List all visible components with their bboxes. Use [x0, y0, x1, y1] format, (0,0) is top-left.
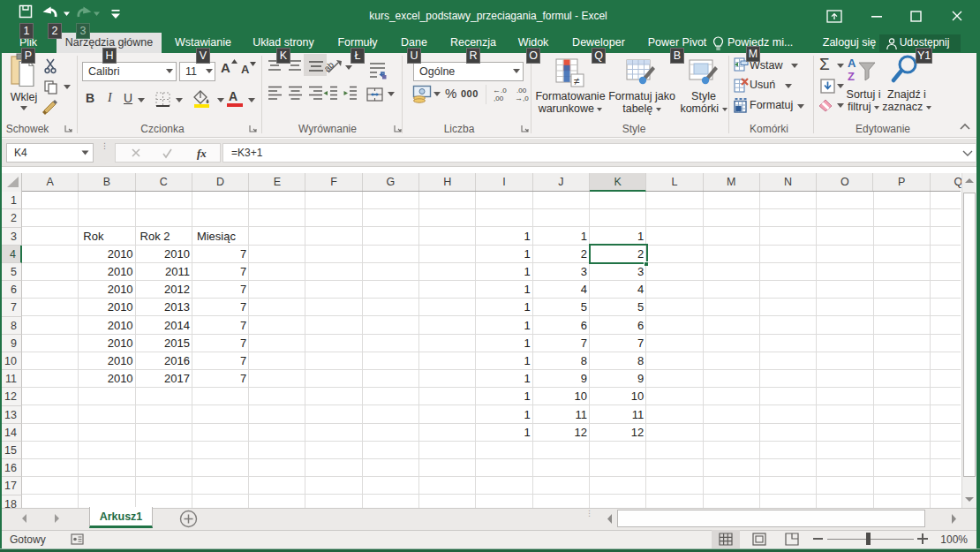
- svg-text:A: A: [848, 57, 856, 70]
- svg-text:→,0: →,0: [515, 94, 529, 102]
- svg-text:fx: fx: [197, 147, 207, 160]
- svg-text:←.0: ←.0: [493, 86, 507, 95]
- svg-text:ab: ab: [325, 59, 336, 73]
- svg-text:,00: ,00: [494, 95, 504, 102]
- svg-text:≠: ≠: [574, 75, 580, 87]
- svg-text:Z: Z: [848, 70, 855, 83]
